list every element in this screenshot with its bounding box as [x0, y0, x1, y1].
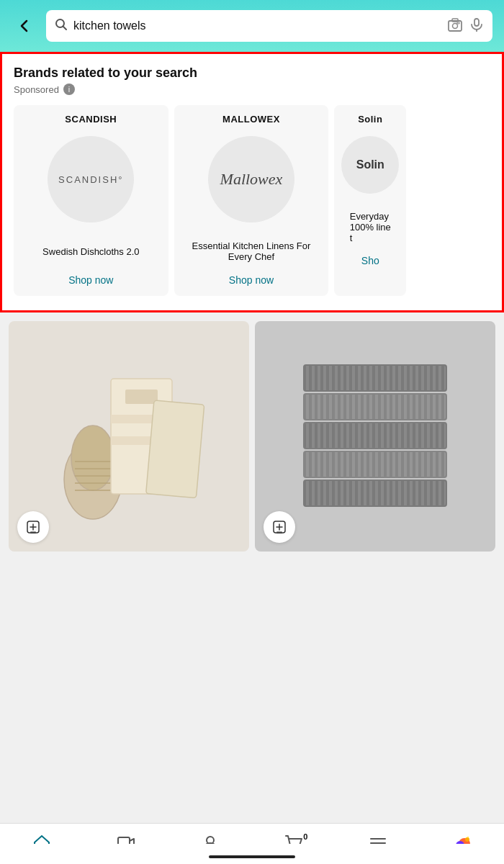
- brand-circle-mallowex: Mallowex: [208, 136, 294, 222]
- svg-rect-32: [305, 366, 446, 390]
- sponsored-row: Sponsored i: [14, 84, 490, 95]
- brand-description-solin: Everyday100% linet: [347, 205, 394, 249]
- sponsored-label: Sponsored: [14, 84, 59, 95]
- nav-spacer: [0, 560, 504, 618]
- product-illustration-2: [289, 346, 462, 526]
- search-bar[interactable]: kitchen towels: [46, 10, 492, 42]
- product-card-1[interactable]: [9, 321, 249, 552]
- mic-icon[interactable]: [469, 17, 484, 35]
- shop-now-scandish[interactable]: Shop now: [60, 269, 122, 296]
- product-image-1: [9, 321, 249, 552]
- shop-now-solin[interactable]: Sho: [359, 249, 382, 276]
- brand-name-scandish: SCANDISH: [59, 105, 122, 125]
- mallowex-logo-text: Mallowex: [220, 170, 283, 189]
- svg-rect-2: [452, 19, 458, 22]
- search-icon: [55, 18, 68, 35]
- svg-rect-24: [305, 481, 446, 505]
- svg-rect-18: [146, 400, 204, 498]
- svg-rect-28: [305, 423, 446, 448]
- brand-card-mallowex[interactable]: MALLOWEX Mallowex Essential Kitchen Line…: [174, 105, 329, 296]
- brands-title: Brands related to your search: [14, 66, 490, 81]
- brand-circle-scandish: SCANDISH°: [48, 136, 134, 222]
- add-to-cart-button-1[interactable]: [17, 511, 49, 543]
- svg-rect-26: [305, 452, 446, 477]
- search-input-value: kitchen towels: [73, 19, 441, 32]
- svg-rect-4: [457, 22, 459, 24]
- cart-badge: 0: [303, 832, 307, 841]
- scandish-logo-text: SCANDISH°: [58, 174, 123, 185]
- camera-icon[interactable]: [446, 16, 464, 37]
- brand-logo-mallowex: Mallowex: [174, 125, 329, 234]
- add-to-cart-button-2[interactable]: [264, 511, 295, 543]
- brand-circle-solin: Solin: [341, 136, 399, 194]
- svg-rect-30: [305, 395, 446, 419]
- home-bar: [209, 855, 295, 858]
- back-button[interactable]: [12, 13, 37, 39]
- svg-rect-22: [30, 531, 36, 534]
- header: kitchen towels: [0, 0, 504, 52]
- products-section: [0, 312, 504, 560]
- brand-description-scandish: Swedish Dishcloths 2.0: [35, 234, 146, 269]
- svg-rect-5: [474, 19, 479, 26]
- info-icon[interactable]: i: [63, 84, 75, 95]
- brand-logo-solin: Solin: [334, 125, 406, 205]
- brands-section: Brands related to your search Sponsored …: [0, 52, 504, 312]
- product-image-2: [255, 321, 495, 552]
- svg-point-50: [465, 837, 469, 842]
- brand-card-solin[interactable]: Solin Solin Everyday100% linet Sho: [334, 105, 406, 296]
- product-card-2[interactable]: [255, 321, 495, 552]
- svg-rect-40: [276, 531, 282, 534]
- svg-point-3: [453, 23, 458, 28]
- brand-description-mallowex: Essential Kitchen Linens For Every Chef: [174, 234, 329, 269]
- brand-card-scandish[interactable]: SCANDISH SCANDISH° Swedish Dishcloths 2.…: [14, 105, 168, 296]
- brand-logo-scandish: SCANDISH°: [14, 125, 168, 234]
- svg-rect-17: [125, 390, 158, 404]
- brand-name-solin: Solin: [355, 105, 385, 125]
- svg-point-8: [71, 426, 114, 490]
- home-indicator: [0, 844, 504, 864]
- brand-name-mallowex: MALLOWEX: [217, 105, 286, 125]
- solin-logo-text: Solin: [356, 158, 384, 171]
- brands-carousel: SCANDISH SCANDISH° Swedish Dishcloths 2.…: [14, 105, 490, 296]
- product-illustration-1: [42, 336, 215, 537]
- shop-now-mallowex[interactable]: Shop now: [220, 269, 282, 296]
